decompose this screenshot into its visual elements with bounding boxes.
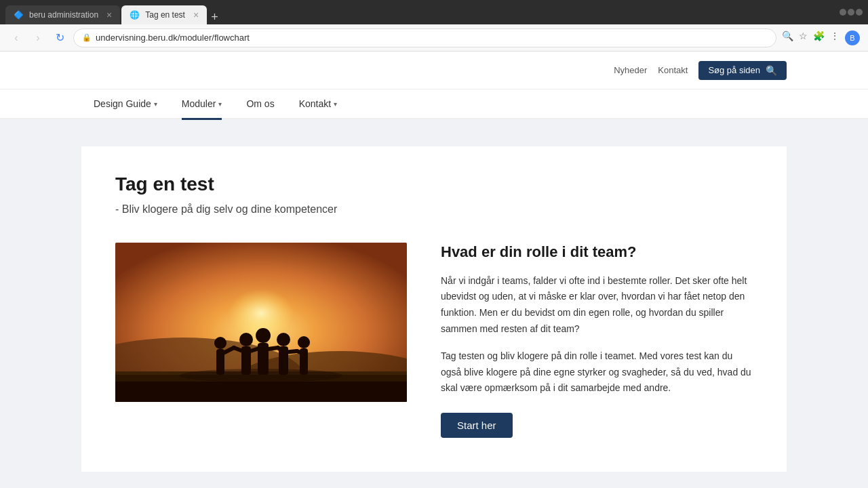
tab-tag-en-test[interactable]: 🌐 Tag en test × <box>121 5 207 24</box>
browser-dot-2 <box>848 9 854 16</box>
svg-line-23 <box>297 351 304 354</box>
url-bar[interactable]: 🔒 undervisning.beru.dk/moduler/flowchart <box>73 28 776 47</box>
page-title: Tag en test <box>115 174 753 195</box>
refresh-button[interactable]: ↻ <box>52 30 68 46</box>
browser-controls <box>840 9 863 16</box>
star-icon[interactable]: ☆ <box>799 30 808 45</box>
nav-moduler[interactable]: Moduler ▾ <box>170 89 235 119</box>
search-box-label: Søg på siden <box>708 65 760 75</box>
section-para-1: Når vi indgår i teams, falder vi ofte in… <box>441 273 753 338</box>
section-para-2: Tag testen og bliv klogere på din rolle … <box>441 348 753 396</box>
two-col-layout: Hvad er din rolle i dit team? Når vi ind… <box>115 243 753 438</box>
tab-close-icon[interactable]: × <box>106 9 112 20</box>
nav-kontakt[interactable]: Kontakt ▾ <box>287 89 349 119</box>
nav-kontakt-arrow: ▾ <box>334 100 337 108</box>
tab-label-2: Tag en test <box>145 10 185 20</box>
nav-design-guide-label: Design Guide <box>94 98 151 109</box>
svg-rect-25 <box>115 382 407 402</box>
content-area: Tag en test - Bliv klogere på dig selv o… <box>0 119 868 488</box>
svg-point-24 <box>180 369 342 382</box>
svg-point-21 <box>298 336 310 348</box>
address-bar: ‹ › ↻ 🔒 undervisning.beru.dk/moduler/flo… <box>0 24 868 52</box>
text-column: Hvad er din rolle i dit team? Når vi ind… <box>441 243 753 438</box>
nav-design-guide-arrow: ▾ <box>154 100 157 108</box>
image-column <box>115 243 407 402</box>
nav-moduler-label: Moduler <box>182 98 216 109</box>
browser-dot <box>840 9 846 16</box>
svg-line-20 <box>283 351 297 352</box>
svg-point-6 <box>214 337 226 349</box>
back-button[interactable]: ‹ <box>8 30 24 46</box>
start-button[interactable]: Start her <box>441 413 513 438</box>
forward-button[interactable]: › <box>30 30 46 46</box>
content-card: Tag en test - Bliv klogere på dig selv o… <box>81 146 787 472</box>
svg-point-17 <box>277 333 290 346</box>
new-tab-button[interactable]: + <box>211 10 218 24</box>
svg-line-16 <box>263 348 278 350</box>
browser-chrome: 🔷 beru administration × 🌐 Tag en test × … <box>0 0 868 24</box>
nav-om-os[interactable]: Om os <box>234 89 286 119</box>
page-wrapper: Nyheder Kontakt Søg på siden 🔍 Design Gu… <box>0 52 868 488</box>
top-bar-right: Nyheder Kontakt Søg på siden 🔍 <box>614 61 787 80</box>
tab-favicon: 🔷 <box>14 10 24 20</box>
account-avatar[interactable]: B <box>845 30 860 45</box>
nyheder-link[interactable]: Nyheder <box>614 65 647 75</box>
kontakt-link[interactable]: Kontakt <box>658 65 688 75</box>
search-box[interactable]: Søg på siden 🔍 <box>698 61 787 80</box>
tab-beru-admin[interactable]: 🔷 beru administration × <box>5 5 120 24</box>
url-text: undervisning.beru.dk/moduler/flowchart <box>96 33 250 43</box>
team-photo <box>115 243 407 402</box>
extensions-icon[interactable]: 🧩 <box>813 30 825 45</box>
search-icon: 🔍 <box>766 65 777 76</box>
nav-moduler-arrow: ▾ <box>218 100 222 108</box>
tab-favicon-2: 🌐 <box>130 10 140 20</box>
zoom-icon[interactable]: 🔍 <box>782 30 793 45</box>
section-heading: Hvad er din rolle i dit team? <box>441 243 753 262</box>
nav-design-guide[interactable]: Design Guide ▾ <box>81 89 170 119</box>
address-bar-icons: 🔍 ☆ 🧩 ⋮ B <box>782 30 860 45</box>
nav-om-os-label: Om os <box>246 98 274 109</box>
svg-point-13 <box>256 328 271 343</box>
svg-point-9 <box>239 333 253 346</box>
tab-label: beru administration <box>29 10 98 20</box>
page-subtitle: - Bliv klogere på dig selv og dine kompe… <box>115 203 753 216</box>
browser-tabs: 🔷 beru administration × 🌐 Tag en test × … <box>5 0 218 24</box>
tab-close-icon-2[interactable]: × <box>193 9 199 20</box>
menu-icon[interactable]: ⋮ <box>830 30 840 45</box>
top-bar: Nyheder Kontakt Søg på siden 🔍 <box>0 52 868 89</box>
main-nav: Design Guide ▾ Moduler ▾ Om os Kontakt ▾ <box>0 89 868 119</box>
security-icon: 🔒 <box>82 33 92 42</box>
nav-kontakt-label: Kontakt <box>299 98 331 109</box>
browser-dot-3 <box>856 9 863 16</box>
